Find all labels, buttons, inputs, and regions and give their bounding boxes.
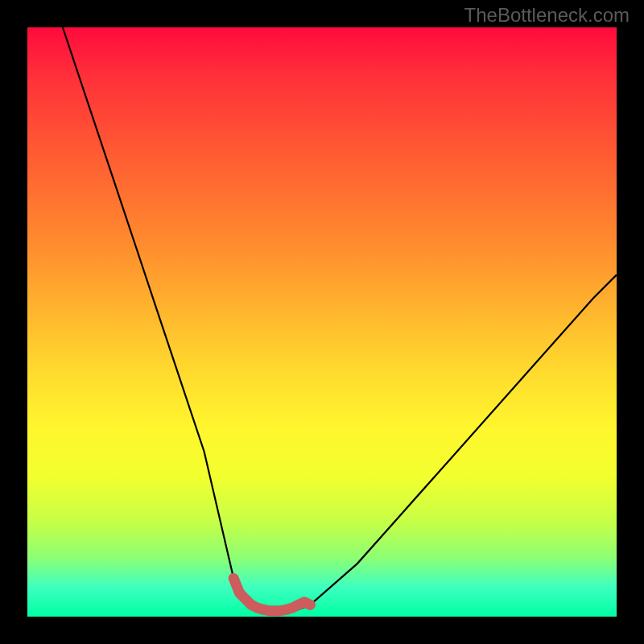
- highlight-trough-path: [233, 578, 310, 610]
- main-curve-path: [63, 27, 617, 611]
- watermark-text: TheBottleneck.com: [464, 4, 630, 27]
- chart-plot-area: [27, 27, 617, 617]
- chart-svg: [27, 27, 617, 617]
